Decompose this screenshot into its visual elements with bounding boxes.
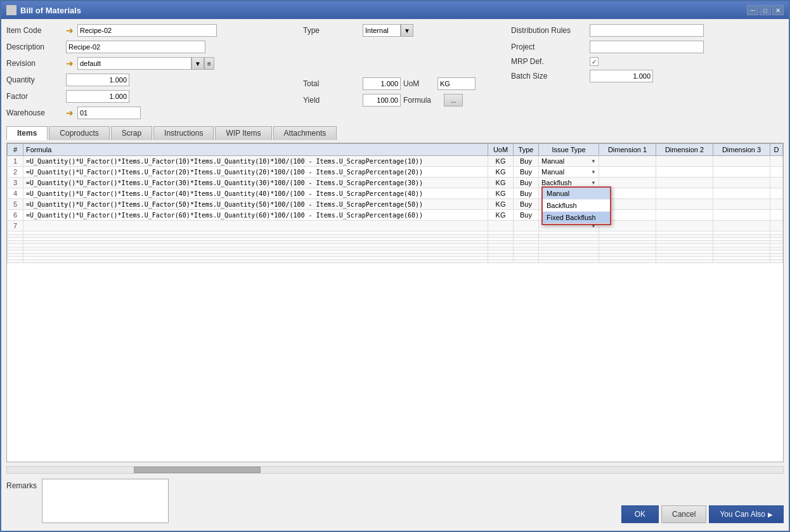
cell-dim2[interactable] bbox=[656, 188, 713, 199]
title-buttons: ─ □ ✕ bbox=[747, 5, 784, 15]
cell-dim1[interactable] bbox=[599, 156, 656, 167]
total-row: Total UoM bbox=[303, 77, 493, 90]
tabs-container: Items Coproducts Scrap Instructions WIP … bbox=[6, 126, 784, 140]
cell-dim2[interactable] bbox=[656, 156, 713, 167]
type-input[interactable] bbox=[363, 24, 401, 37]
cell-dim2[interactable] bbox=[656, 199, 713, 210]
revision-label: Revision bbox=[6, 59, 63, 68]
cell-dim2[interactable] bbox=[656, 167, 713, 178]
cell-dim2[interactable] bbox=[656, 221, 713, 231]
cell-type: Buy bbox=[514, 167, 539, 178]
cell-num: 4 bbox=[8, 188, 23, 199]
col-header-num: # bbox=[8, 144, 23, 156]
scrollbar-thumb[interactable] bbox=[134, 467, 261, 473]
cancel-button[interactable]: Cancel bbox=[661, 505, 706, 523]
items-table: # Formula UoM Type Issue Type Dimension … bbox=[7, 143, 783, 263]
revision-browse-button[interactable]: ≡ bbox=[204, 57, 214, 70]
type-dropdown-button[interactable]: ▼ bbox=[401, 24, 413, 37]
cell-formula[interactable] bbox=[23, 221, 488, 231]
cell-uom bbox=[488, 221, 514, 231]
revision-field-group: ▼ ≡ bbox=[77, 57, 214, 70]
remarks-section: Remarks bbox=[6, 479, 169, 523]
tab-attachments[interactable]: Attachments bbox=[273, 126, 337, 140]
batch-size-input[interactable] bbox=[590, 70, 653, 82]
cell-formula-empty bbox=[23, 260, 488, 263]
close-button[interactable]: ✕ bbox=[772, 5, 784, 15]
cell-formula[interactable]: =U_Quantity()*U_Factor()*Items.U_Factor(… bbox=[23, 156, 488, 167]
yield-input[interactable] bbox=[363, 94, 401, 107]
tab-scrap[interactable]: Scrap bbox=[111, 126, 152, 140]
formula-browse-button[interactable]: ... bbox=[444, 94, 463, 107]
cell-dim2[interactable] bbox=[656, 178, 713, 188]
issue-type-dropdown[interactable]: Manual Backflush Fixed Backflush bbox=[541, 186, 611, 225]
quantity-row: Quantity bbox=[6, 74, 285, 86]
tab-instructions[interactable]: Instructions bbox=[153, 126, 214, 140]
form-area: Item Code ➜ Description Revision ➜ ▼ ≡ bbox=[6, 24, 784, 121]
cell-formula[interactable]: =U_Quantity()*U_Factor()*Items.U_Factor(… bbox=[23, 210, 488, 221]
tab-wip-items[interactable]: WIP Items bbox=[215, 126, 271, 140]
description-row: Description bbox=[6, 41, 285, 53]
issue-type-dropdown-arrow-icon[interactable]: ▼ bbox=[591, 180, 596, 186]
maximize-button[interactable]: □ bbox=[760, 5, 771, 15]
minimize-button[interactable]: ─ bbox=[747, 5, 758, 15]
item-code-row: Item Code ➜ bbox=[6, 24, 285, 37]
quantity-input[interactable] bbox=[66, 74, 129, 86]
cell-dim3[interactable] bbox=[713, 199, 770, 210]
distribution-rules-row: Distribution Rules bbox=[511, 24, 784, 37]
horizontal-scrollbar[interactable] bbox=[6, 466, 784, 474]
issue-type-dropdown-arrow-icon[interactable]: ▼ bbox=[591, 159, 596, 164]
project-input[interactable] bbox=[590, 41, 704, 53]
warehouse-row: Warehouse ➜ bbox=[6, 107, 285, 119]
description-input[interactable] bbox=[66, 41, 205, 53]
revision-row: Revision ➜ ▼ ≡ bbox=[6, 57, 285, 70]
cell-uom: KG bbox=[488, 167, 514, 178]
cell-formula[interactable]: =U_Quantity()*U_Factor()*Items.U_Factor(… bbox=[23, 167, 488, 178]
tab-coproducts[interactable]: Coproducts bbox=[49, 126, 109, 140]
cell-dim3[interactable] bbox=[713, 178, 770, 188]
tab-items[interactable]: Items bbox=[6, 126, 48, 140]
remarks-textarea[interactable] bbox=[42, 479, 169, 523]
cell-dim2[interactable] bbox=[656, 210, 713, 221]
cell-issue-type[interactable]: Manual ▼ bbox=[539, 156, 599, 167]
cell-dim3[interactable] bbox=[713, 210, 770, 221]
cell-formula[interactable]: =U_Quantity()*U_Factor()*Items.U_Factor(… bbox=[23, 178, 488, 188]
cell-dim3[interactable] bbox=[713, 156, 770, 167]
dropdown-option-manual[interactable]: Manual bbox=[543, 188, 610, 200]
cell-type bbox=[514, 221, 539, 231]
cell-uom: KG bbox=[488, 210, 514, 221]
cell-issue-type[interactable]: Manual ▼ bbox=[539, 167, 599, 178]
factor-input[interactable] bbox=[66, 90, 129, 103]
cell-uom: KG bbox=[488, 178, 514, 188]
ok-button[interactable]: OK bbox=[621, 505, 659, 523]
cell-d bbox=[770, 167, 783, 178]
cell-num: 3 bbox=[8, 178, 23, 188]
item-code-input[interactable] bbox=[77, 24, 217, 37]
remarks-label: Remarks bbox=[6, 481, 37, 490]
revision-dropdown-button[interactable]: ▼ bbox=[191, 57, 204, 70]
distribution-rules-input[interactable] bbox=[590, 24, 704, 37]
dropdown-option-backflush[interactable]: Backflush bbox=[543, 200, 610, 212]
cell-dim3[interactable] bbox=[713, 167, 770, 178]
table-row: 3 =U_Quantity()*U_Factor()*Items.U_Facto… bbox=[8, 178, 783, 188]
cell-dim3[interactable] bbox=[713, 221, 770, 231]
warehouse-input[interactable] bbox=[77, 107, 141, 119]
cell-formula[interactable]: =U_Quantity()*U_Factor()*Items.U_Factor(… bbox=[23, 188, 488, 199]
cell-num-empty bbox=[8, 260, 23, 263]
total-input[interactable] bbox=[363, 77, 401, 90]
bottom-section: Remarks OK Cancel You Can Also ▶ bbox=[6, 476, 784, 526]
cell-num: 5 bbox=[8, 199, 23, 210]
mrp-def-checkbox[interactable] bbox=[590, 57, 599, 66]
issue-type-value: Manual bbox=[541, 168, 564, 176]
you-can-also-button[interactable]: You Can Also ▶ bbox=[709, 505, 784, 523]
col-header-formula: Formula bbox=[23, 144, 488, 156]
table-row: 6 =U_Quantity()*U_Factor()*Items.U_Facto… bbox=[8, 210, 783, 221]
form-left: Item Code ➜ Description Revision ➜ ▼ ≡ bbox=[6, 24, 285, 121]
cell-formula[interactable]: =U_Quantity()*U_Factor()*Items.U_Factor(… bbox=[23, 199, 488, 210]
revision-input[interactable] bbox=[77, 57, 191, 70]
dropdown-option-fixed-backflush[interactable]: Fixed Backflush bbox=[543, 212, 610, 224]
cell-dim1[interactable] bbox=[599, 167, 656, 178]
uom-input[interactable] bbox=[437, 77, 476, 90]
cell-dim3[interactable] bbox=[713, 188, 770, 199]
issue-type-dropdown-arrow-icon[interactable]: ▼ bbox=[591, 169, 596, 175]
total-label: Total bbox=[303, 79, 360, 88]
